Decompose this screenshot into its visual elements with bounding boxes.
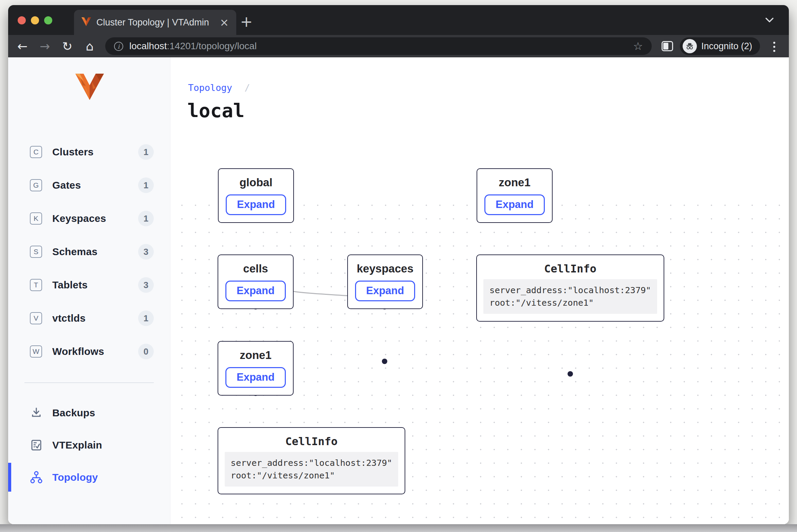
keyspaces-count-badge: 1: [138, 211, 154, 226]
gates-letter-icon: G: [30, 179, 42, 191]
sidebar-item-gates[interactable]: G Gates 1: [8, 169, 170, 202]
page-content: C Clusters 1 G Gates 1 K Keyspaces 1 S S…: [8, 57, 789, 524]
incognito-icon: [683, 39, 697, 53]
sidebar-item-workflows[interactable]: W Workflows 0: [8, 335, 170, 368]
tablets-letter-icon: T: [30, 279, 42, 291]
side-panel-icon[interactable]: [662, 41, 673, 51]
browser-menu-icon[interactable]: [771, 40, 777, 54]
forward-icon[interactable]: →: [37, 39, 53, 53]
node-cellinfo-right: CellInfo server_address:"localhost:2379"…: [476, 254, 664, 322]
bookmark-star-icon[interactable]: ☆: [633, 40, 643, 53]
tab-close-icon[interactable]: ×: [220, 17, 229, 28]
vitess-logo: [75, 74, 104, 101]
desktop-shadow-band: [0, 524, 797, 532]
reload-icon[interactable]: ↻: [59, 39, 75, 53]
cellinfo-code: server_address:"localhost:2379" root:"/v…: [483, 279, 657, 314]
breadcrumb: Topology /: [188, 82, 250, 93]
sidebar-item-keyspaces[interactable]: K Keyspaces 1: [8, 202, 170, 235]
schemas-letter-icon: S: [30, 246, 42, 258]
sidebar-item-topology[interactable]: Topology: [8, 461, 170, 493]
cellinfo-code: server_address:"localhost:2379" root:"/v…: [225, 452, 398, 487]
browser-tab[interactable]: Cluster Topology | VTAdmin ×: [74, 10, 236, 35]
zoom-window-button[interactable]: [44, 16, 52, 24]
back-icon[interactable]: ←: [14, 39, 31, 53]
node-zone1-top: zone1 Expand: [477, 168, 553, 223]
address-bar[interactable]: i localhost:14201/topology/local ☆: [105, 37, 652, 55]
expand-button-zone1-top[interactable]: Expand: [484, 194, 545, 215]
workflows-count-badge: 0: [138, 344, 154, 359]
expand-button-keyspaces[interactable]: Expand: [355, 281, 415, 301]
tab-search-chevron-icon[interactable]: [765, 17, 774, 24]
clusters-letter-icon: C: [30, 146, 42, 158]
url-path: :14201/topology/local: [167, 41, 257, 52]
node-cells: cells Expand: [218, 254, 294, 309]
schemas-count-badge: 3: [138, 244, 154, 260]
browser-window: Cluster Topology | VTAdmin × + ← → ↻ ⌂ i…: [8, 5, 789, 524]
sidebar: C Clusters 1 G Gates 1 K Keyspaces 1 S S…: [8, 57, 170, 524]
vtctlds-count-badge: 1: [138, 310, 154, 326]
minimize-window-button[interactable]: [31, 16, 39, 24]
workflows-letter-icon: W: [30, 345, 42, 358]
sidebar-item-vtexplain[interactable]: VTExplain: [8, 429, 170, 461]
sidebar-item-tablets[interactable]: T Tablets 3: [8, 268, 170, 302]
keyspaces-letter-icon: K: [30, 212, 42, 225]
vtctlds-letter-icon: V: [30, 312, 42, 324]
gates-count-badge: 1: [138, 177, 154, 193]
expand-button-zone1-lower[interactable]: Expand: [225, 367, 286, 387]
main-panel: Topology / local: [170, 57, 789, 524]
node-keyspaces: keyspaces Expand: [347, 254, 423, 309]
sidebar-nav: C Clusters 1 G Gates 1 K Keyspaces 1 S S…: [8, 135, 170, 493]
tab-title: Cluster Topology | VTAdmin: [96, 17, 214, 28]
url-host: localhost: [129, 41, 167, 52]
expand-button-cells[interactable]: Expand: [225, 281, 286, 301]
vtexplain-doc-check-icon: [30, 439, 43, 451]
tablets-count-badge: 3: [138, 277, 154, 293]
vitess-favicon-icon: [81, 17, 91, 27]
clusters-count-badge: 1: [138, 144, 154, 160]
sidebar-divider: [24, 382, 154, 383]
breadcrumb-topology-link[interactable]: Topology: [188, 82, 232, 93]
sidebar-item-schemas[interactable]: S Schemas 3: [8, 235, 170, 268]
home-icon[interactable]: ⌂: [81, 39, 98, 53]
traffic-lights: [18, 16, 52, 24]
new-tab-button[interactable]: +: [238, 13, 255, 30]
node-zone1-lower: zone1 Expand: [218, 341, 294, 396]
tab-strip: Cluster Topology | VTAdmin × +: [8, 5, 789, 35]
active-indicator: [8, 463, 11, 492]
expand-button-global[interactable]: Expand: [226, 194, 286, 215]
site-info-icon[interactable]: i: [114, 42, 123, 51]
page-title: local: [187, 99, 245, 121]
sidebar-item-clusters[interactable]: C Clusters 1: [8, 135, 170, 169]
topology-tree-icon: [30, 471, 43, 484]
download-icon: [30, 407, 43, 419]
sidebar-item-vtctlds[interactable]: V vtctlds 1: [8, 302, 170, 335]
close-window-button[interactable]: [18, 16, 26, 24]
node-cellinfo-bottom: CellInfo server_address:"localhost:2379"…: [218, 427, 405, 494]
incognito-label: Incognito (2): [701, 41, 752, 52]
sidebar-item-backups[interactable]: Backups: [8, 397, 170, 429]
browser-toolbar: ← → ↻ ⌂ i localhost:14201/topology/local…: [8, 35, 789, 57]
incognito-badge: Incognito (2): [680, 37, 760, 55]
breadcrumb-separator: /: [244, 82, 250, 93]
node-global: global Expand: [218, 168, 294, 223]
